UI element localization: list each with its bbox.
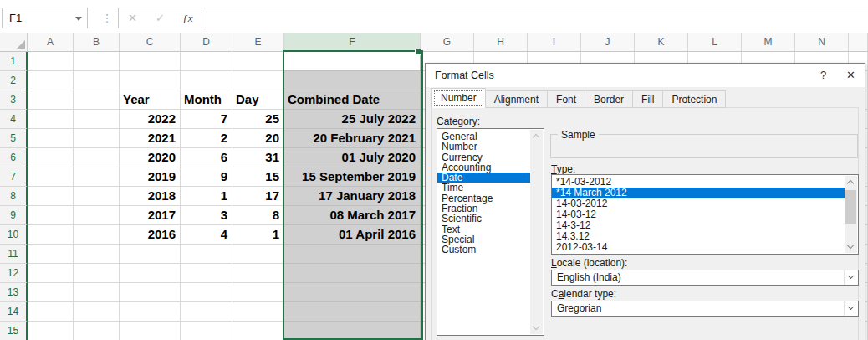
cell-A3[interactable] [28,90,74,110]
category-item-time[interactable]: Time [437,183,530,193]
column-header-G[interactable]: G [421,33,474,52]
formula-input[interactable] [207,8,868,28]
cell-C13[interactable] [120,283,181,302]
cell-B1[interactable] [74,52,120,71]
cell-C2[interactable] [120,71,181,90]
name-box[interactable]: F1 [2,8,88,28]
formula-bar-splitter-icon[interactable]: ⋮ [101,8,113,28]
tab-protection[interactable]: Protection [663,90,726,108]
locale-combobox[interactable]: English (India) [551,270,859,286]
cell-C15[interactable] [120,322,181,340]
row-header-12[interactable]: 12 [0,264,28,283]
help-button[interactable]: ? [809,64,837,87]
cell-F8[interactable]: 17 January 2018 [284,187,421,206]
row-header-14[interactable]: 14 [0,302,28,322]
column-header-E[interactable]: E [232,33,284,52]
cell-F13[interactable] [284,283,421,302]
cell-D10[interactable]: 4 [181,225,232,245]
cell-F4[interactable]: 25 July 2022 [284,110,421,129]
cell-A9[interactable] [28,206,74,225]
cell-A6[interactable] [28,148,74,167]
insert-function-button[interactable]: ƒx [174,8,202,28]
row-header-7[interactable]: 7 [0,167,28,187]
cell-E7[interactable]: 15 [232,167,284,187]
column-header-A[interactable]: A [28,33,74,52]
column-header-L[interactable]: L [688,33,742,52]
chevron-down-icon[interactable] [844,301,858,316]
cell-A11[interactable] [28,245,74,264]
cell-F1[interactable] [284,52,421,71]
tab-fill[interactable]: Fill [633,90,663,108]
cell-B9[interactable] [74,206,120,225]
close-icon[interactable]: ✕ [837,64,865,87]
cell-D5[interactable]: 2 [181,129,232,148]
cell-A13[interactable] [28,283,74,302]
tab-border[interactable]: Border [585,90,633,108]
row-header-10[interactable]: 10 [0,225,28,245]
name-box-dropdown-icon[interactable] [75,17,82,21]
cell-B13[interactable] [74,283,120,302]
cell-C5[interactable]: 2021 [120,129,181,148]
scroll-thumb[interactable] [845,190,856,224]
cell-C12[interactable] [120,264,181,283]
cell-B14[interactable] [74,302,120,322]
type-item-14-3-12[interactable]: 14-3-12 [552,220,845,231]
cell-B11[interactable] [74,245,120,264]
type-item-14-03-12[interactable]: 14-03-12 [552,209,845,220]
cell-E10[interactable]: 1 [232,225,284,245]
cell-F2[interactable] [284,71,421,90]
column-header-C[interactable]: C [120,33,181,52]
cell-E5[interactable]: 20 [232,129,284,148]
cell-B10[interactable] [74,225,120,245]
cell-E3[interactable]: Day [232,90,284,110]
column-header-I[interactable]: I [528,33,581,52]
cell-D8[interactable]: 1 [181,187,232,206]
column-header-N[interactable]: N [795,33,849,52]
cell-D3[interactable]: Month [181,90,232,110]
cell-A14[interactable] [28,302,74,322]
cell-D9[interactable]: 3 [181,206,232,225]
cell-A7[interactable] [28,167,74,187]
cell-D15[interactable] [181,322,232,340]
row-header-8[interactable]: 8 [0,187,28,206]
cell-F7[interactable]: 15 September 2019 [284,167,421,187]
cell-A5[interactable] [28,129,74,148]
cell-F6[interactable]: 01 July 2020 [284,148,421,167]
cell-F14[interactable] [284,302,421,322]
scroll-up-icon[interactable] [530,130,543,142]
select-all-corner[interactable] [0,33,28,52]
chevron-down-icon[interactable] [844,270,858,285]
cell-C1[interactable] [120,52,181,71]
cell-D1[interactable] [181,52,232,71]
cell-F15[interactable] [284,322,421,340]
cell-B3[interactable] [74,90,120,110]
column-header-H[interactable]: H [474,33,528,52]
category-scrollbar[interactable] [530,130,543,334]
cell-E11[interactable] [232,245,284,264]
row-header-6[interactable]: 6 [0,148,28,167]
enter-button[interactable]: ✓ [146,8,174,28]
cell-D6[interactable]: 6 [181,148,232,167]
cell-E15[interactable] [232,322,284,340]
cell-D2[interactable] [181,71,232,90]
cell-C3[interactable]: Year [120,90,181,110]
type-item-2012-03-14[interactable]: 2012-03-14 [552,242,845,253]
cell-A1[interactable] [28,52,74,71]
cell-D14[interactable] [181,302,232,322]
cell-D13[interactable] [181,283,232,302]
row-header-15[interactable]: 15 [0,322,28,340]
cell-C7[interactable]: 2019 [120,167,181,187]
row-header-4[interactable]: 4 [0,110,28,129]
cell-A10[interactable] [28,225,74,245]
type-scrollbar[interactable] [845,176,857,253]
cell-E6[interactable]: 31 [232,148,284,167]
cell-D4[interactable]: 7 [181,110,232,129]
cell-B6[interactable] [74,148,120,167]
cell-B2[interactable] [74,71,120,90]
row-header-1[interactable]: 1 [0,52,28,71]
cell-B7[interactable] [74,167,120,187]
cell-E1[interactable] [232,52,284,71]
dialog-titlebar[interactable]: Format Cells ? ✕ [426,64,865,87]
cell-B15[interactable] [74,322,120,340]
cell-D12[interactable] [181,264,232,283]
